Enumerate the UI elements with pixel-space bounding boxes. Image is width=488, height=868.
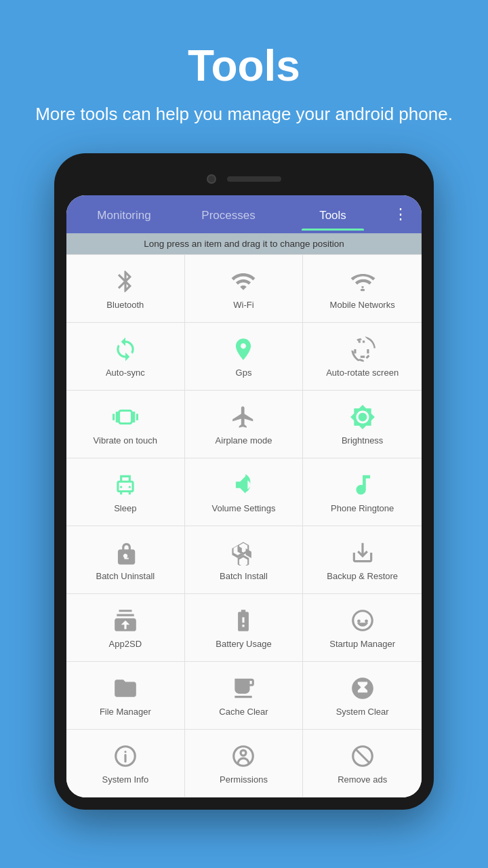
tool-volume[interactable]: Volume Settings (185, 458, 304, 526)
tool-gps[interactable]: Gps (185, 323, 304, 391)
tool-system-info-label: System Info (102, 774, 149, 786)
tool-mobile-networks[interactable]: Mobile Networks (303, 255, 422, 323)
tool-sleep[interactable]: Sleep (66, 458, 185, 526)
tool-brightness-label: Brightness (342, 435, 383, 447)
tool-cache-clear-label: Cache Clear (219, 707, 268, 718)
tab-bar: Monitoring Processes Tools ⋮ (66, 195, 422, 233)
tool-autosync[interactable]: Auto-sync (66, 323, 185, 391)
svg-point-7 (241, 751, 247, 756)
tool-file-manager[interactable]: File Manager (66, 662, 185, 730)
svg-point-5 (124, 751, 126, 753)
tool-gps-label: Gps (236, 368, 252, 379)
tool-batch-uninstall-label: Batch Uninstall (96, 571, 155, 583)
hint-bar: Long press an item and drag it to change… (66, 233, 422, 254)
tool-vibrate-label: Vibrate on touch (94, 435, 157, 447)
tool-batch-install-label: Batch Install (220, 571, 268, 583)
tools-grid: Bluetooth Wi-Fi Mobile Networks Auto-syn… (66, 254, 422, 797)
tool-startup-label: Startup Manager (329, 639, 395, 650)
tab-monitoring[interactable]: Monitoring (72, 198, 176, 231)
tool-remove-ads-label: Remove ads (338, 774, 387, 786)
tool-backup-label: Backup & Restore (327, 571, 398, 583)
tool-battery-label: Battery Usage (216, 639, 271, 650)
tool-batch-install[interactable]: Batch Install (185, 526, 304, 594)
tool-vibrate[interactable]: Vibrate on touch (66, 391, 185, 458)
tool-airplane-label: Airplane mode (216, 435, 272, 447)
tool-sleep-label: Sleep (114, 503, 136, 515)
camera-dot (207, 174, 216, 184)
phone-notch (66, 165, 422, 193)
tool-system-clear[interactable]: System Clear (303, 662, 422, 730)
svg-point-1 (120, 486, 122, 488)
tool-volume-label: Volume Settings (212, 503, 276, 515)
tool-app2sd-label: App2SD (109, 639, 142, 650)
tool-cache-clear[interactable]: Cache Clear (185, 662, 304, 730)
svg-point-2 (129, 486, 131, 488)
tool-autorotate[interactable]: Auto-rotate screen (303, 323, 422, 391)
phone-mockup: Monitoring Processes Tools ⋮ Long press … (54, 153, 434, 810)
speaker-bar (227, 176, 281, 182)
phone-screen: Monitoring Processes Tools ⋮ Long press … (66, 195, 422, 797)
tool-batch-uninstall[interactable]: Batch Uninstall (66, 526, 185, 594)
tool-ringtone[interactable]: Phone Ringtone (303, 458, 422, 526)
tool-wifi[interactable]: Wi-Fi (185, 255, 304, 323)
more-menu-button[interactable]: ⋮ (385, 205, 416, 223)
tool-wifi-label: Wi-Fi (233, 300, 253, 311)
header: Tools More tools can help you manage you… (0, 0, 488, 146)
tool-backup[interactable]: Backup & Restore (303, 526, 422, 594)
tool-startup[interactable]: Startup Manager (303, 594, 422, 662)
tool-system-clear-label: System Clear (336, 707, 389, 718)
tab-tools[interactable]: Tools (281, 198, 385, 231)
page-title: Tools (27, 41, 461, 91)
tool-ringtone-label: Phone Ringtone (331, 503, 394, 515)
svg-line-9 (356, 750, 369, 763)
tool-remove-ads[interactable]: Remove ads (303, 730, 422, 797)
tool-autorotate-label: Auto-rotate screen (326, 368, 399, 379)
svg-rect-0 (360, 290, 364, 292)
tool-airplane[interactable]: Airplane mode (185, 391, 304, 458)
tool-mobile-networks-label: Mobile Networks (330, 300, 395, 311)
tool-bluetooth[interactable]: Bluetooth (66, 255, 185, 323)
tool-battery[interactable]: Battery Usage (185, 594, 304, 662)
tool-permissions[interactable]: Permissions (185, 730, 304, 797)
tool-brightness[interactable]: Brightness (303, 391, 422, 458)
tool-app2sd[interactable]: App2SD (66, 594, 185, 662)
tool-bluetooth-label: Bluetooth (106, 300, 144, 311)
tool-permissions-label: Permissions (220, 774, 268, 786)
tool-system-info[interactable]: System Info (66, 730, 185, 797)
tab-processes[interactable]: Processes (176, 198, 281, 231)
tool-file-manager-label: File Manager (100, 707, 151, 718)
page-subtitle: More tools can help you manage your andr… (27, 102, 461, 126)
tool-autosync-label: Auto-sync (106, 368, 145, 379)
